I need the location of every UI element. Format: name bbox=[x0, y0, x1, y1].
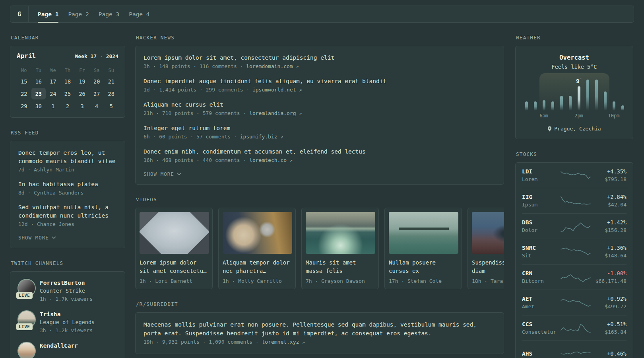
stock-ticker: AET bbox=[522, 295, 560, 303]
hn-item-title[interactable]: Donec imperdiet augue tincidunt felis al… bbox=[144, 77, 496, 86]
stock-row[interactable]: DBS Dolor +1.42% $156.28 bbox=[522, 214, 627, 239]
weather-bar bbox=[578, 86, 580, 111]
weather-bar bbox=[569, 96, 572, 111]
separator-dot: · bbox=[243, 157, 246, 163]
hn-item-title[interactable]: Aliquam nec cursus elit bbox=[144, 101, 496, 109]
twitch-channel[interactable]: LIVE Trisha League of Legends 3h · 1.2k … bbox=[17, 310, 118, 335]
video-title[interactable]: Lorem ipsum dolor bbox=[140, 259, 208, 267]
weather-bar bbox=[621, 105, 624, 111]
hn-item-title[interactable]: Donec enim nibh, condimentum et accumsan… bbox=[144, 148, 496, 156]
video-title[interactable]: cursus ex bbox=[389, 267, 457, 275]
hn-item-meta: 16h · 468 points · 440 comments bbox=[144, 157, 240, 163]
channel-name[interactable]: ForrestBurton bbox=[40, 279, 93, 287]
stock-row[interactable]: SNRC Sit +1.36% $148.64 bbox=[522, 239, 627, 265]
stock-name: Sit bbox=[522, 252, 560, 259]
calendar-day: 22 bbox=[17, 88, 31, 99]
stock-row[interactable]: AHS +0.46% bbox=[522, 341, 627, 358]
hn-item-domain-link[interactable]: ipsumworld.net bbox=[252, 87, 296, 93]
video-title[interactable]: diam bbox=[472, 267, 504, 275]
video-title[interactable]: Suspendisse bbox=[472, 259, 504, 267]
videos-widget: VIDEOS Lorem ipsum dolor sit amet consec… bbox=[135, 197, 504, 289]
rss-item-title[interactable]: Donec tempor eros leo, ut commodo mauris… bbox=[18, 149, 117, 165]
video-card[interactable]: Mauris sit amet massa felis 7h · Grayson… bbox=[301, 208, 379, 289]
channel-name[interactable]: Trisha bbox=[40, 310, 95, 318]
hacker-news-section-title: HACKER NEWS bbox=[136, 35, 504, 41]
video-title[interactable]: Nullam posuere bbox=[389, 259, 457, 267]
channel-game[interactable]: Counter-Strike bbox=[40, 287, 93, 295]
stock-price: $148.64 bbox=[591, 252, 627, 259]
stock-row[interactable]: LDI Lorem +4.35% $795.18 bbox=[522, 163, 627, 188]
subreddit-post-domain-link[interactable]: loremnet.xyz bbox=[262, 339, 299, 345]
channel-game[interactable]: League of Legends bbox=[40, 318, 95, 327]
hacker-news-widget: HACKER NEWS Lorem ipsum dolor sit amet, … bbox=[135, 35, 504, 185]
video-thumbnail[interactable] bbox=[389, 212, 458, 254]
stock-price: $795.18 bbox=[591, 175, 627, 183]
app-logo[interactable]: G bbox=[10, 6, 29, 22]
weather-bar bbox=[560, 96, 563, 111]
page-tabs: Page 1 Page 2 Page 3 Page 4 bbox=[33, 6, 155, 22]
stock-ticker: CCS bbox=[522, 320, 560, 328]
video-thumbnail[interactable] bbox=[306, 212, 375, 254]
stock-sparkline bbox=[560, 347, 591, 358]
tab-page-3[interactable]: Page 3 bbox=[94, 6, 124, 22]
hn-item-title[interactable]: Lorem ipsum dolor sit amet, consectetur … bbox=[144, 54, 496, 62]
stock-ticker: DBS bbox=[522, 218, 560, 226]
stock-ticker: CRN bbox=[522, 269, 560, 277]
video-card[interactable]: Lorem ipsum dolor sit amet consectetu… 1… bbox=[135, 208, 213, 289]
video-title[interactable]: nec pharetra… bbox=[223, 267, 291, 275]
twitch-channel[interactable]: KendallCarr bbox=[17, 342, 118, 358]
video-thumbnail[interactable] bbox=[140, 212, 209, 254]
video-meta: 17h · Stefan Cole bbox=[389, 278, 457, 284]
tab-page-4[interactable]: Page 4 bbox=[124, 6, 154, 22]
calendar-day: 3 bbox=[75, 100, 89, 112]
subreddit-post-title[interactable]: Maecenas mollis pulvinar erat non posuer… bbox=[144, 320, 485, 338]
calendar-day: 28 bbox=[104, 88, 118, 99]
channel-name[interactable]: KendallCarr bbox=[40, 342, 78, 350]
stock-sparkline bbox=[560, 270, 591, 284]
tab-page-1[interactable]: Page 1 bbox=[33, 6, 63, 22]
hn-item-domain-link[interactable]: loremdomain.com bbox=[246, 63, 293, 69]
stock-row[interactable]: CRN Bitcorn -1.00% $66,171.48 bbox=[522, 265, 627, 290]
tab-page-2[interactable]: Page 2 bbox=[63, 6, 93, 22]
rss-card: Donec tempor eros leo, ut commodo mauris… bbox=[10, 141, 125, 248]
video-card[interactable]: Aliquam tempor dolor nec pharetra… 1h · … bbox=[218, 208, 296, 289]
stock-name: Bitcorn bbox=[522, 277, 560, 285]
hn-show-more-button[interactable]: SHOW MORE bbox=[144, 171, 496, 177]
hn-item-title[interactable]: Integer eget rutrum lorem bbox=[144, 124, 496, 132]
hn-item-domain-link[interactable]: ipsumify.biz bbox=[240, 134, 277, 140]
stock-row[interactable]: AET Amet +0.92% $499.72 bbox=[522, 290, 627, 315]
calendar-day: 18 bbox=[60, 76, 75, 87]
video-meta: 1h · Lori Barnett bbox=[140, 278, 208, 284]
rss-item-title[interactable]: In hac habitasse platea bbox=[18, 180, 117, 189]
hn-item-domain-link[interactable]: loremtech.co bbox=[249, 157, 287, 163]
video-title[interactable]: massa felis bbox=[306, 267, 374, 275]
stock-row[interactable]: IIG Ipsum +2.84% $42.04 bbox=[522, 188, 627, 214]
weather-bar bbox=[551, 101, 554, 111]
hn-item-domain-link[interactable]: loremlandia.org bbox=[249, 110, 296, 116]
calendar-section-title: CALENDAR bbox=[11, 35, 125, 41]
calendar-day: 27 bbox=[89, 88, 104, 99]
video-title[interactable]: Mauris sit amet bbox=[306, 259, 374, 267]
stock-change: +0.51% bbox=[591, 320, 627, 328]
weather-widget: WEATHER Overcast Feels like 5°C 9° 6am 2… bbox=[515, 35, 633, 139]
weather-section-title: WEATHER bbox=[516, 35, 633, 41]
rss-item-title[interactable]: Sed volutpat nulla nisl, a condimentum n… bbox=[18, 203, 117, 220]
chevron-down-icon bbox=[177, 173, 181, 175]
middle-column: HACKER NEWS Lorem ipsum dolor sit amet, … bbox=[135, 35, 504, 358]
video-card[interactable]: Suspendisse diam 18h · Tara bbox=[467, 208, 504, 289]
video-title[interactable]: Aliquam tempor dolor bbox=[223, 259, 291, 267]
calendar-day: 15 bbox=[17, 76, 31, 87]
stock-row[interactable]: CCS Consectetur +0.51% $165.84 bbox=[522, 315, 627, 341]
rss-show-more-button[interactable]: SHOW MORE bbox=[18, 235, 117, 241]
hn-item-meta: 21h · 710 points · 579 comments bbox=[144, 110, 240, 116]
video-thumbnail[interactable] bbox=[472, 212, 504, 254]
hn-item: Integer eget rutrum lorem 6h · 60 points… bbox=[144, 124, 496, 141]
stock-price: $66,171.48 bbox=[591, 277, 627, 285]
video-card[interactable]: Nullam posuere cursus ex 17h · Stefan Co… bbox=[384, 208, 462, 289]
twitch-channel[interactable]: LIVE ForrestBurton Counter-Strike 1h · 1… bbox=[17, 279, 118, 303]
time-label: 6am bbox=[539, 113, 548, 119]
weather-hourly-chart: 9° bbox=[522, 79, 627, 111]
video-title[interactable]: sit amet consectetu… bbox=[140, 267, 208, 275]
video-thumbnail[interactable] bbox=[223, 212, 292, 254]
calendar-day: 26 bbox=[75, 88, 89, 99]
